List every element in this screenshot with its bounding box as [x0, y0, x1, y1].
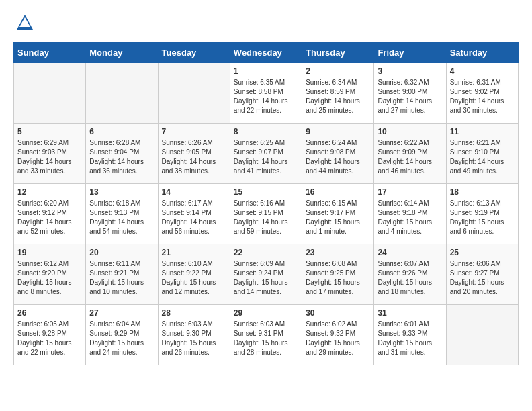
day-number: 6 — [89, 127, 154, 136]
column-header-saturday: Saturday — [446, 43, 518, 63]
day-info: Sunrise: 6:07 AMSunset: 9:26 PMDaylight:… — [378, 259, 442, 297]
calendar-cell: 28Sunrise: 6:03 AMSunset: 9:30 PMDayligh… — [158, 305, 230, 365]
day-info: Sunrise: 6:24 AMSunset: 9:08 PMDaylight:… — [306, 138, 370, 176]
day-number: 3 — [378, 66, 442, 76]
calendar-cell: 18Sunrise: 6:13 AMSunset: 9:19 PMDayligh… — [446, 184, 518, 244]
day-info: Sunrise: 6:32 AMSunset: 9:00 PMDaylight:… — [378, 78, 442, 116]
day-number: 25 — [450, 248, 515, 257]
day-info: Sunrise: 6:02 AMSunset: 9:32 PMDaylight:… — [306, 320, 370, 357]
day-info: Sunrise: 6:16 AMSunset: 9:15 PMDaylight:… — [234, 199, 298, 236]
day-number: 31 — [378, 308, 442, 318]
calendar-cell: 3Sunrise: 6:32 AMSunset: 9:00 PMDaylight… — [374, 63, 446, 124]
calendar-cell: 31Sunrise: 6:01 AMSunset: 9:33 PMDayligh… — [374, 305, 446, 365]
day-number: 5 — [17, 127, 82, 136]
day-info: Sunrise: 6:08 AMSunset: 9:25 PMDaylight:… — [306, 259, 370, 297]
day-number: 28 — [162, 308, 226, 318]
calendar-cell: 10Sunrise: 6:22 AMSunset: 9:09 PMDayligh… — [374, 124, 446, 184]
calendar-cell: 8Sunrise: 6:25 AMSunset: 9:07 PMDaylight… — [230, 124, 302, 184]
calendar-cell: 30Sunrise: 6:02 AMSunset: 9:32 PMDayligh… — [302, 305, 374, 365]
calendar-cell: 29Sunrise: 6:03 AMSunset: 9:31 PMDayligh… — [230, 305, 302, 365]
calendar-week-row: 12Sunrise: 6:20 AMSunset: 9:12 PMDayligh… — [14, 184, 519, 244]
calendar-cell: 7Sunrise: 6:26 AMSunset: 9:05 PMDaylight… — [158, 124, 230, 184]
calendar-cell: 6Sunrise: 6:28 AMSunset: 9:04 PMDaylight… — [86, 124, 158, 184]
calendar-cell: 5Sunrise: 6:29 AMSunset: 9:03 PMDaylight… — [14, 124, 86, 184]
day-info: Sunrise: 6:21 AMSunset: 9:10 PMDaylight:… — [450, 138, 515, 176]
day-number: 16 — [306, 187, 370, 197]
calendar-cell: 23Sunrise: 6:08 AMSunset: 9:25 PMDayligh… — [302, 244, 374, 305]
calendar-week-row: 5Sunrise: 6:29 AMSunset: 9:03 PMDaylight… — [14, 124, 519, 184]
day-info: Sunrise: 6:03 AMSunset: 9:31 PMDaylight:… — [234, 320, 298, 357]
column-header-thursday: Thursday — [302, 43, 374, 63]
calendar-cell — [86, 63, 158, 124]
page-header — [13, 13, 519, 32]
day-info: Sunrise: 6:12 AMSunset: 9:20 PMDaylight:… — [17, 259, 82, 297]
calendar-cell: 21Sunrise: 6:10 AMSunset: 9:22 PMDayligh… — [158, 244, 230, 305]
day-info: Sunrise: 6:20 AMSunset: 9:12 PMDaylight:… — [17, 199, 82, 236]
day-number: 10 — [378, 127, 442, 136]
calendar-cell: 17Sunrise: 6:14 AMSunset: 9:18 PMDayligh… — [374, 184, 446, 244]
column-header-friday: Friday — [374, 43, 446, 63]
calendar-cell: 1Sunrise: 6:35 AMSunset: 8:58 PMDaylight… — [230, 63, 302, 124]
day-number: 24 — [378, 248, 442, 257]
column-header-monday: Monday — [86, 43, 158, 63]
column-header-wednesday: Wednesday — [230, 43, 302, 63]
day-number: 18 — [450, 187, 515, 197]
calendar-cell: 16Sunrise: 6:15 AMSunset: 9:17 PMDayligh… — [302, 184, 374, 244]
day-number: 9 — [306, 127, 370, 136]
day-info: Sunrise: 6:14 AMSunset: 9:18 PMDaylight:… — [378, 199, 442, 236]
day-info: Sunrise: 6:17 AMSunset: 9:14 PMDaylight:… — [162, 199, 226, 236]
calendar-week-row: 19Sunrise: 6:12 AMSunset: 9:20 PMDayligh… — [14, 244, 519, 305]
calendar-week-row: 26Sunrise: 6:05 AMSunset: 9:28 PMDayligh… — [14, 305, 519, 365]
day-info: Sunrise: 6:34 AMSunset: 8:59 PMDaylight:… — [306, 78, 370, 116]
day-number: 30 — [306, 308, 370, 318]
calendar-cell: 15Sunrise: 6:16 AMSunset: 9:15 PMDayligh… — [230, 184, 302, 244]
day-info: Sunrise: 6:15 AMSunset: 9:17 PMDaylight:… — [306, 199, 370, 236]
day-info: Sunrise: 6:10 AMSunset: 9:22 PMDaylight:… — [162, 259, 226, 297]
day-number: 13 — [89, 187, 154, 197]
day-info: Sunrise: 6:03 AMSunset: 9:30 PMDaylight:… — [162, 320, 226, 357]
calendar-table: SundayMondayTuesdayWednesdayThursdayFrid… — [13, 42, 519, 365]
calendar-cell: 11Sunrise: 6:21 AMSunset: 9:10 PMDayligh… — [446, 124, 518, 184]
day-info: Sunrise: 6:29 AMSunset: 9:03 PMDaylight:… — [17, 138, 82, 176]
calendar-cell: 27Sunrise: 6:04 AMSunset: 9:29 PMDayligh… — [86, 305, 158, 365]
day-number: 23 — [306, 248, 370, 257]
day-info: Sunrise: 6:35 AMSunset: 8:58 PMDaylight:… — [234, 78, 298, 116]
calendar-cell: 25Sunrise: 6:06 AMSunset: 9:27 PMDayligh… — [446, 244, 518, 305]
day-number: 19 — [17, 248, 82, 257]
calendar-cell — [158, 63, 230, 124]
column-header-tuesday: Tuesday — [158, 43, 230, 63]
day-number: 21 — [162, 248, 226, 257]
day-number: 29 — [234, 308, 298, 318]
day-number: 26 — [17, 308, 82, 318]
day-info: Sunrise: 6:11 AMSunset: 9:21 PMDaylight:… — [89, 259, 154, 297]
day-info: Sunrise: 6:06 AMSunset: 9:27 PMDaylight:… — [450, 259, 515, 297]
day-number: 1 — [234, 66, 298, 76]
day-info: Sunrise: 6:22 AMSunset: 9:09 PMDaylight:… — [378, 138, 442, 176]
column-header-sunday: Sunday — [14, 43, 86, 63]
day-number: 17 — [378, 187, 442, 197]
day-number: 15 — [234, 187, 298, 197]
calendar-cell: 13Sunrise: 6:18 AMSunset: 9:13 PMDayligh… — [86, 184, 158, 244]
day-info: Sunrise: 6:31 AMSunset: 9:02 PMDaylight:… — [450, 78, 515, 116]
calendar-cell: 20Sunrise: 6:11 AMSunset: 9:21 PMDayligh… — [86, 244, 158, 305]
day-number: 11 — [450, 127, 515, 136]
calendar-cell: 4Sunrise: 6:31 AMSunset: 9:02 PMDaylight… — [446, 63, 518, 124]
day-info: Sunrise: 6:28 AMSunset: 9:04 PMDaylight:… — [89, 138, 154, 176]
calendar-cell: 19Sunrise: 6:12 AMSunset: 9:20 PMDayligh… — [14, 244, 86, 305]
day-info: Sunrise: 6:25 AMSunset: 9:07 PMDaylight:… — [234, 138, 298, 176]
day-number: 20 — [89, 248, 154, 257]
calendar-cell: 14Sunrise: 6:17 AMSunset: 9:14 PMDayligh… — [158, 184, 230, 244]
calendar-cell: 12Sunrise: 6:20 AMSunset: 9:12 PMDayligh… — [14, 184, 86, 244]
day-number: 2 — [306, 66, 370, 76]
day-info: Sunrise: 6:05 AMSunset: 9:28 PMDaylight:… — [17, 320, 82, 357]
day-info: Sunrise: 6:04 AMSunset: 9:29 PMDaylight:… — [89, 320, 154, 357]
day-info: Sunrise: 6:01 AMSunset: 9:33 PMDaylight:… — [378, 320, 442, 357]
day-info: Sunrise: 6:18 AMSunset: 9:13 PMDaylight:… — [89, 199, 154, 236]
day-number: 4 — [450, 66, 515, 76]
logo-icon — [15, 13, 34, 32]
calendar-cell — [446, 305, 518, 365]
day-info: Sunrise: 6:09 AMSunset: 9:24 PMDaylight:… — [234, 259, 298, 297]
calendar-cell: 26Sunrise: 6:05 AMSunset: 9:28 PMDayligh… — [14, 305, 86, 365]
calendar-cell — [14, 63, 86, 124]
calendar-cell: 24Sunrise: 6:07 AMSunset: 9:26 PMDayligh… — [374, 244, 446, 305]
